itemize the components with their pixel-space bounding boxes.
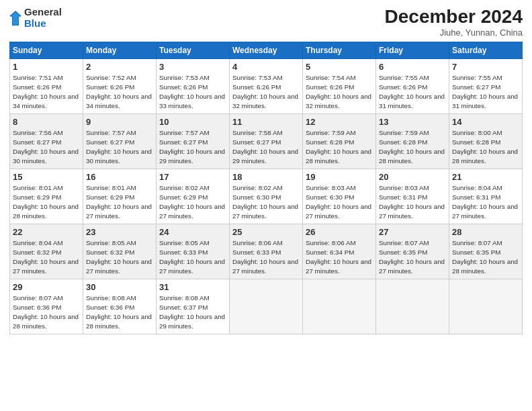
col-tuesday: Tuesday <box>157 42 230 58</box>
header-row: Sunday Monday Tuesday Wednesday Thursday… <box>10 42 523 58</box>
table-row: 25 Sunrise: 8:06 AMSunset: 6:33 PMDaylig… <box>230 224 303 279</box>
logo-icon <box>9 11 21 26</box>
table-row: 12 Sunrise: 7:59 AMSunset: 6:28 PMDaylig… <box>303 113 376 169</box>
day-number: 6 <box>379 61 446 73</box>
table-row: 20 Sunrise: 8:03 AMSunset: 6:31 PMDaylig… <box>376 169 449 224</box>
table-row: 13 Sunrise: 7:59 AMSunset: 6:28 PMDaylig… <box>376 113 449 169</box>
day-info: Sunrise: 7:53 AMSunset: 6:26 PMDaylight:… <box>159 74 225 109</box>
day-info: Sunrise: 8:05 AMSunset: 6:32 PMDaylight:… <box>86 239 152 274</box>
day-info: Sunrise: 7:56 AMSunset: 6:27 PMDaylight:… <box>13 129 79 164</box>
day-info: Sunrise: 7:58 AMSunset: 6:27 PMDaylight:… <box>232 129 298 164</box>
day-info: Sunrise: 8:04 AMSunset: 6:31 PMDaylight:… <box>452 184 518 219</box>
day-number: 5 <box>306 61 373 73</box>
col-thursday: Thursday <box>303 42 376 58</box>
table-row: 21 Sunrise: 8:04 AMSunset: 6:31 PMDaylig… <box>449 169 523 224</box>
day-info: Sunrise: 7:57 AMSunset: 6:27 PMDaylight:… <box>86 129 152 164</box>
day-info: Sunrise: 8:00 AMSunset: 6:28 PMDaylight:… <box>452 129 518 164</box>
table-row <box>303 279 376 334</box>
day-info: Sunrise: 7:59 AMSunset: 6:28 PMDaylight:… <box>379 129 445 164</box>
day-number: 11 <box>232 116 300 128</box>
day-info: Sunrise: 7:53 AMSunset: 6:26 PMDaylight:… <box>232 74 298 109</box>
logo: General Blue <box>9 7 62 29</box>
location: Jiuhe, Yunnan, China <box>385 28 523 38</box>
day-info: Sunrise: 8:02 AMSunset: 6:29 PMDaylight:… <box>159 184 225 219</box>
logo-blue-text: Blue <box>24 18 62 30</box>
day-number: 19 <box>306 171 373 183</box>
table-row: 19 Sunrise: 8:03 AMSunset: 6:30 PMDaylig… <box>303 169 376 224</box>
day-info: Sunrise: 8:06 AMSunset: 6:33 PMDaylight:… <box>232 239 298 274</box>
table-row: 2 Sunrise: 7:52 AMSunset: 6:26 PMDayligh… <box>83 58 157 113</box>
day-number: 24 <box>159 226 226 238</box>
day-number: 1 <box>13 61 80 73</box>
table-row: 16 Sunrise: 8:01 AMSunset: 6:29 PMDaylig… <box>83 169 157 224</box>
day-number: 21 <box>452 171 519 183</box>
day-info: Sunrise: 8:08 AMSunset: 6:37 PMDaylight:… <box>159 294 225 329</box>
day-number: 17 <box>159 171 226 183</box>
table-row: 9 Sunrise: 7:57 AMSunset: 6:27 PMDayligh… <box>83 113 157 169</box>
table-row: 7 Sunrise: 7:55 AMSunset: 6:27 PMDayligh… <box>449 58 523 113</box>
title-block: December 2024 Jiuhe, Yunnan, China <box>385 7 523 38</box>
table-row: 22 Sunrise: 8:04 AMSunset: 6:32 PMDaylig… <box>10 224 83 279</box>
table-row: 11 Sunrise: 7:58 AMSunset: 6:27 PMDaylig… <box>230 113 303 169</box>
table-row <box>230 279 303 334</box>
table-row <box>449 279 523 334</box>
table-row: 15 Sunrise: 8:01 AMSunset: 6:29 PMDaylig… <box>10 169 83 224</box>
day-info: Sunrise: 7:54 AMSunset: 6:26 PMDaylight:… <box>306 74 371 109</box>
col-wednesday: Wednesday <box>230 42 303 58</box>
day-info: Sunrise: 7:52 AMSunset: 6:26 PMDaylight:… <box>86 74 152 109</box>
header: General Blue December 2024 Jiuhe, Yunnan… <box>9 7 523 38</box>
table-row: 24 Sunrise: 8:05 AMSunset: 6:33 PMDaylig… <box>157 224 230 279</box>
table-row: 10 Sunrise: 7:57 AMSunset: 6:27 PMDaylig… <box>157 113 230 169</box>
day-info: Sunrise: 8:01 AMSunset: 6:29 PMDaylight:… <box>13 184 79 219</box>
day-number: 27 <box>379 226 446 238</box>
day-info: Sunrise: 7:57 AMSunset: 6:27 PMDaylight:… <box>159 129 225 164</box>
day-number: 16 <box>86 171 153 183</box>
day-number: 25 <box>232 226 300 238</box>
day-number: 22 <box>13 226 80 238</box>
calendar-week-row: 15 Sunrise: 8:01 AMSunset: 6:29 PMDaylig… <box>10 169 523 224</box>
table-row: 17 Sunrise: 8:02 AMSunset: 6:29 PMDaylig… <box>157 169 230 224</box>
day-number: 14 <box>452 116 519 128</box>
day-number: 18 <box>232 171 300 183</box>
table-row: 18 Sunrise: 8:02 AMSunset: 6:30 PMDaylig… <box>230 169 303 224</box>
day-info: Sunrise: 7:55 AMSunset: 6:26 PMDaylight:… <box>379 74 445 109</box>
day-info: Sunrise: 8:03 AMSunset: 6:30 PMDaylight:… <box>306 184 371 219</box>
day-number: 30 <box>86 281 153 293</box>
col-saturday: Saturday <box>449 42 523 58</box>
table-row: 27 Sunrise: 8:07 AMSunset: 6:35 PMDaylig… <box>376 224 449 279</box>
calendar-week-row: 22 Sunrise: 8:04 AMSunset: 6:32 PMDaylig… <box>10 224 523 279</box>
day-info: Sunrise: 8:07 AMSunset: 6:36 PMDaylight:… <box>13 294 79 329</box>
table-row <box>376 279 449 334</box>
col-sunday: Sunday <box>10 42 83 58</box>
day-number: 10 <box>159 116 226 128</box>
day-info: Sunrise: 7:59 AMSunset: 6:28 PMDaylight:… <box>306 129 371 164</box>
table-row: 28 Sunrise: 8:07 AMSunset: 6:35 PMDaylig… <box>449 224 523 279</box>
svg-marker-1 <box>10 12 21 25</box>
logo-text: General Blue <box>24 7 62 29</box>
day-number: 3 <box>159 61 226 73</box>
day-info: Sunrise: 8:05 AMSunset: 6:33 PMDaylight:… <box>159 239 225 274</box>
table-row: 8 Sunrise: 7:56 AMSunset: 6:27 PMDayligh… <box>10 113 83 169</box>
day-number: 7 <box>452 61 519 73</box>
logo-general-text: General <box>24 7 62 18</box>
day-info: Sunrise: 8:04 AMSunset: 6:32 PMDaylight:… <box>13 239 79 274</box>
day-info: Sunrise: 8:07 AMSunset: 6:35 PMDaylight:… <box>379 239 445 274</box>
day-info: Sunrise: 8:06 AMSunset: 6:34 PMDaylight:… <box>306 239 371 274</box>
day-info: Sunrise: 8:02 AMSunset: 6:30 PMDaylight:… <box>232 184 298 219</box>
table-row: 30 Sunrise: 8:08 AMSunset: 6:36 PMDaylig… <box>83 279 157 334</box>
table-row: 23 Sunrise: 8:05 AMSunset: 6:32 PMDaylig… <box>83 224 157 279</box>
calendar-table: Sunday Monday Tuesday Wednesday Thursday… <box>9 42 523 334</box>
day-info: Sunrise: 8:01 AMSunset: 6:29 PMDaylight:… <box>86 184 152 219</box>
day-info: Sunrise: 8:07 AMSunset: 6:35 PMDaylight:… <box>452 239 518 274</box>
calendar-week-row: 8 Sunrise: 7:56 AMSunset: 6:27 PMDayligh… <box>10 113 523 169</box>
day-info: Sunrise: 8:08 AMSunset: 6:36 PMDaylight:… <box>86 294 152 329</box>
calendar-week-row: 1 Sunrise: 7:51 AMSunset: 6:26 PMDayligh… <box>10 58 523 113</box>
table-row: 1 Sunrise: 7:51 AMSunset: 6:26 PMDayligh… <box>10 58 83 113</box>
calendar-week-row: 29 Sunrise: 8:07 AMSunset: 6:36 PMDaylig… <box>10 279 523 334</box>
day-info: Sunrise: 8:03 AMSunset: 6:31 PMDaylight:… <box>379 184 445 219</box>
table-row: 5 Sunrise: 7:54 AMSunset: 6:26 PMDayligh… <box>303 58 376 113</box>
day-number: 15 <box>13 171 80 183</box>
table-row: 6 Sunrise: 7:55 AMSunset: 6:26 PMDayligh… <box>376 58 449 113</box>
day-number: 4 <box>232 61 300 73</box>
day-info: Sunrise: 7:55 AMSunset: 6:27 PMDaylight:… <box>452 74 518 109</box>
